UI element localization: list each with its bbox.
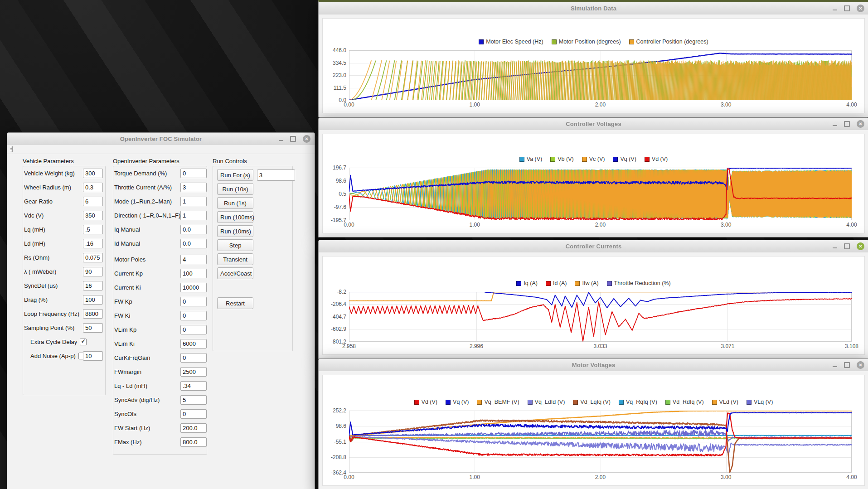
param-input[interactable] bbox=[180, 283, 207, 292]
chart-window-body: Vd (V)Vq (V)Vq_BEMF (V)Vq_LdId (V)Vd_LqI… bbox=[319, 371, 868, 489]
restore-icon[interactable] bbox=[290, 136, 296, 142]
chart-titlebar[interactable]: Controller Voltages bbox=[319, 118, 868, 131]
chart-titlebar[interactable]: Motor Voltages bbox=[319, 359, 868, 372]
param-input[interactable] bbox=[180, 367, 207, 377]
chart-card: Va (V)Vb (V)Vc (V)Vq (V)Vd (V)196.798.60… bbox=[322, 134, 865, 233]
drag-grip-icon[interactable] bbox=[10, 146, 13, 152]
restore-icon[interactable] bbox=[844, 243, 850, 249]
param-input[interactable] bbox=[180, 225, 207, 234]
param-input[interactable] bbox=[180, 197, 207, 206]
chart-window-body: Motor Elec Speed (Hz)Motor Position (deg… bbox=[319, 15, 868, 117]
param-input[interactable] bbox=[83, 197, 103, 206]
param-input[interactable] bbox=[180, 437, 207, 447]
restore-icon[interactable] bbox=[844, 5, 850, 11]
checkbox-value-input[interactable] bbox=[83, 351, 103, 361]
restore-icon[interactable] bbox=[844, 362, 850, 368]
param-input[interactable] bbox=[83, 239, 103, 248]
chart-titlebar[interactable]: Simulation Data bbox=[319, 2, 868, 15]
y-tick-label: -97.6 bbox=[324, 204, 346, 210]
param-input[interactable] bbox=[180, 211, 207, 220]
param-input[interactable] bbox=[83, 323, 103, 333]
y-tick-label: 223.0 bbox=[324, 72, 346, 78]
minimize-icon[interactable] bbox=[833, 366, 837, 367]
run-button-run-10s-[interactable]: Run (10s) bbox=[217, 183, 253, 195]
minimize-icon[interactable] bbox=[833, 247, 837, 248]
param-input[interactable] bbox=[180, 339, 207, 349]
param-input[interactable] bbox=[180, 353, 207, 363]
legend-item: Ifw (A) bbox=[575, 280, 598, 286]
param-label: Iq Manual bbox=[114, 226, 180, 233]
run-button-run-1s-[interactable]: Run (1s) bbox=[217, 197, 253, 209]
param-input[interactable] bbox=[83, 225, 103, 234]
close-icon[interactable] bbox=[857, 5, 864, 12]
legend-item: Vd (V) bbox=[645, 156, 668, 162]
legend-swatch-icon bbox=[546, 281, 551, 286]
param-label: SyncOfs bbox=[114, 411, 180, 417]
run-for-button[interactable]: Run For (s) bbox=[217, 169, 253, 181]
param-input[interactable] bbox=[180, 381, 207, 391]
param-input[interactable] bbox=[83, 281, 103, 290]
param-label: Mode (1=Run,2=Man) bbox=[114, 198, 180, 205]
chart-canvas bbox=[349, 411, 852, 473]
checkbox-checked-icon[interactable] bbox=[80, 339, 87, 345]
param-input[interactable] bbox=[180, 395, 207, 405]
param-row: FW Kp bbox=[114, 297, 206, 306]
legend-item: Vd (V) bbox=[414, 399, 437, 405]
run-button-transient[interactable]: Transient bbox=[217, 253, 253, 265]
param-input[interactable] bbox=[83, 253, 103, 262]
param-input[interactable] bbox=[83, 295, 103, 305]
param-input[interactable] bbox=[180, 183, 207, 192]
simulator-titlebar[interactable]: OpenInverter FOC Simulator bbox=[7, 133, 315, 145]
minimize-icon[interactable] bbox=[833, 10, 837, 10]
param-row: Wheel Radius (m) bbox=[24, 183, 104, 192]
legend-label: Va (V) bbox=[527, 156, 543, 162]
param-input[interactable] bbox=[83, 267, 103, 276]
param-input[interactable] bbox=[180, 169, 207, 178]
close-icon[interactable] bbox=[857, 242, 864, 250]
param-input[interactable] bbox=[180, 423, 207, 433]
param-label: Current Ki bbox=[114, 284, 180, 291]
param-input[interactable] bbox=[83, 211, 103, 220]
legend-label: Id (A) bbox=[553, 280, 567, 286]
vehicle-parameters-column: Vehicle Parameters Vehicle Weight (kg)Wh… bbox=[23, 157, 106, 395]
param-input[interactable] bbox=[83, 309, 103, 319]
run-button-accel-coast[interactable]: Accel/Coast bbox=[217, 267, 253, 279]
restart-button[interactable]: Restart bbox=[217, 297, 253, 309]
window-buttons bbox=[833, 240, 864, 252]
param-input[interactable] bbox=[180, 269, 207, 278]
restore-icon[interactable] bbox=[844, 121, 850, 127]
legend-swatch-icon bbox=[573, 400, 578, 405]
legend-swatch-icon bbox=[665, 400, 670, 405]
run-controls-frame: Run For (s)Run (10s)Run (1s)Run (100ms)R… bbox=[213, 166, 293, 351]
minimize-icon[interactable] bbox=[833, 125, 837, 126]
run-button-step[interactable]: Step bbox=[217, 239, 253, 251]
param-input[interactable] bbox=[180, 239, 207, 248]
param-input[interactable] bbox=[180, 311, 207, 320]
chart-titlebar[interactable]: Controller Currents bbox=[319, 240, 868, 253]
run-button-run-100ms-[interactable]: Run (100ms) bbox=[217, 211, 253, 223]
window-title: Motor Voltages bbox=[572, 362, 616, 368]
x-tick-label: 0.00 bbox=[344, 222, 354, 228]
run-button-run-10ms-[interactable]: Run (10ms) bbox=[217, 225, 253, 237]
legend-swatch-icon bbox=[519, 157, 524, 162]
minimize-icon[interactable] bbox=[279, 140, 283, 141]
chart-x-axis: 0.001.002.003.004.00 bbox=[323, 220, 864, 229]
close-icon[interactable] bbox=[303, 135, 310, 143]
param-row: Current Kp bbox=[114, 269, 206, 278]
param-input[interactable] bbox=[180, 325, 207, 334]
param-label: Gear Ratio bbox=[24, 198, 83, 205]
param-label: Direction (-1=R,0=N,1=F) bbox=[114, 212, 180, 219]
legend-item: Controller Position (degrees) bbox=[629, 39, 708, 45]
close-icon[interactable] bbox=[857, 361, 864, 369]
legend-label: Vq (V) bbox=[620, 156, 636, 162]
param-input[interactable] bbox=[83, 183, 103, 192]
checkbox-label: Extra Cycle Delay bbox=[30, 339, 77, 345]
param-input[interactable] bbox=[180, 409, 207, 419]
param-input[interactable] bbox=[180, 255, 207, 264]
window-controller-currents: Controller CurrentsIq (A)Id (A)Ifw (A)Th… bbox=[318, 240, 868, 359]
param-input[interactable] bbox=[180, 297, 207, 306]
param-input[interactable] bbox=[83, 169, 103, 178]
close-icon[interactable] bbox=[857, 120, 864, 128]
vehicle-parameters-heading: Vehicle Parameters bbox=[23, 157, 106, 166]
run-for-input[interactable] bbox=[257, 169, 295, 181]
